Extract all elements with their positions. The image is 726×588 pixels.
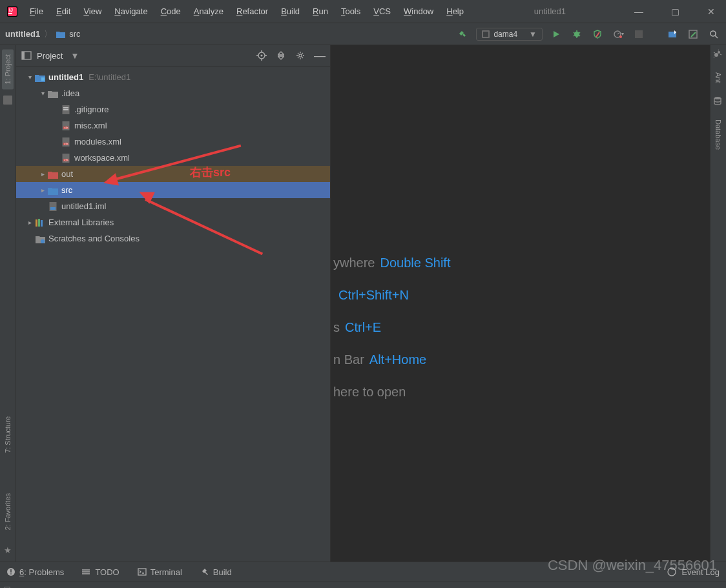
svg-point-17 bbox=[299, 54, 302, 57]
window-minimize-button[interactable]: — bbox=[624, 0, 654, 23]
menu-refactor[interactable]: Refactor bbox=[230, 4, 275, 19]
xml-icon: </> bbox=[60, 121, 72, 131]
xml-icon: </> bbox=[60, 137, 72, 147]
tree-node-label: misc.xml bbox=[74, 121, 107, 130]
window-title: untitled1 bbox=[534, 6, 566, 16]
hammer-icon[interactable] bbox=[455, 27, 470, 41]
warn-icon bbox=[6, 567, 16, 576]
tree-node-label: untitled1 bbox=[48, 72, 83, 82]
menu-file[interactable]: File bbox=[23, 4, 50, 19]
tree-node-label: workspace.xml bbox=[74, 153, 130, 163]
tree-arrow-icon[interactable]: ▸ bbox=[38, 187, 47, 194]
breadcrumb-separator-icon: 〉 bbox=[44, 28, 52, 40]
svg-point-6 bbox=[574, 32, 579, 37]
status-bar-item-label: TODO bbox=[95, 567, 119, 577]
welcome-hints: ywhere Double Shift Ctrl+Shift+Ns Ctrl+E… bbox=[333, 247, 450, 408]
tree-node-workspace-xml[interactable]: </>workspace.xml bbox=[16, 150, 330, 166]
tree-node-out[interactable]: ▸out bbox=[16, 166, 330, 182]
gear-icon[interactable] bbox=[295, 50, 306, 61]
svg-rect-14 bbox=[22, 52, 25, 59]
svg-rect-46 bbox=[138, 569, 146, 575]
tree-node--idea[interactable]: ▾.idea bbox=[16, 85, 330, 101]
welcome-hint-line: here to open bbox=[333, 376, 450, 408]
right-tool-window-bar: Ant Database bbox=[710, 45, 726, 562]
status-bar-terminal[interactable]: Terminal bbox=[138, 567, 182, 577]
tree-node-untitled1[interactable]: ▾untitled1E:\untitled1 bbox=[16, 69, 330, 85]
profiler-button[interactable]: ▾ bbox=[611, 27, 625, 41]
status-bar-warn[interactable]: 6: Problems bbox=[6, 567, 64, 577]
collapse-all-icon[interactable] bbox=[276, 50, 286, 61]
tool-window-button-project[interactable]: 1: Project bbox=[2, 49, 14, 89]
tree-arrow-icon[interactable]: ▾ bbox=[38, 90, 47, 97]
tree-node-label: out bbox=[61, 169, 73, 179]
tool-window-button-database[interactable]: Database bbox=[714, 117, 722, 152]
coverage-button[interactable] bbox=[590, 27, 605, 41]
ant-icon bbox=[713, 49, 723, 59]
project-panel-title[interactable]: Project bbox=[37, 51, 63, 61]
svg-rect-20 bbox=[63, 107, 68, 108]
tree-node--gitignore[interactable]: .gitignore bbox=[16, 101, 330, 117]
menu-bar: IJ FileEditViewNavigateCodeAnalyzeRefact… bbox=[0, 0, 726, 23]
debug-button[interactable] bbox=[570, 27, 584, 41]
window-maximize-button[interactable]: ▢ bbox=[660, 0, 690, 23]
event-log-button[interactable]: Event Log bbox=[681, 567, 720, 577]
ide-settings-icon[interactable] bbox=[686, 27, 700, 41]
tree-node-scratches-and-consoles[interactable]: Scratches and Consoles bbox=[16, 230, 330, 247]
tree-node-label: src bbox=[61, 185, 72, 195]
app-logo-icon: IJ bbox=[6, 6, 18, 17]
tool-window-button-structure[interactable]: 7: Structure bbox=[4, 412, 12, 457]
status-bar-item-label: 6: Problems bbox=[19, 567, 64, 577]
status-bar-todo[interactable]: TODO bbox=[82, 567, 119, 577]
window-close-button[interactable]: ✕ bbox=[696, 0, 726, 23]
svg-rect-5 bbox=[483, 32, 488, 37]
tree-arrow-icon[interactable]: ▸ bbox=[25, 219, 34, 226]
menu-window[interactable]: Window bbox=[397, 4, 440, 19]
run-button[interactable] bbox=[549, 27, 563, 41]
tool-window-button-favorites[interactable]: 2: Favorites bbox=[4, 489, 12, 534]
tree-node-external-libraries[interactable]: ▸External Libraries bbox=[16, 214, 330, 230]
breadcrumb[interactable]: untitled1 〉 src bbox=[5, 28, 81, 40]
tree-node-src[interactable]: ▸src bbox=[16, 182, 330, 198]
tree-node-modules-xml[interactable]: </>modules.xml bbox=[16, 134, 330, 150]
tree-node-untitled1-iml[interactable]: untitled1.iml bbox=[16, 198, 330, 214]
tree-arrow-icon[interactable]: ▾ bbox=[25, 74, 34, 81]
status-bar-hammer[interactable]: Build bbox=[200, 567, 232, 577]
svg-text:</>: </> bbox=[64, 142, 68, 145]
breadcrumb-item[interactable]: untitled1 bbox=[5, 29, 40, 39]
tool-window-button-ant[interactable]: Ant bbox=[714, 70, 722, 86]
search-everywhere-button[interactable] bbox=[707, 27, 721, 41]
menu-edit[interactable]: Edit bbox=[50, 4, 77, 19]
chevron-down-icon[interactable]: ▼ bbox=[70, 51, 79, 61]
navigation-bar: untitled1 〉 src dama4 ▼ ▾ bbox=[0, 23, 726, 45]
hide-icon[interactable]: — bbox=[315, 50, 325, 61]
svg-text:IJ: IJ bbox=[9, 8, 13, 12]
menu-vcs[interactable]: VCS bbox=[367, 4, 397, 19]
svg-rect-9 bbox=[635, 30, 643, 38]
editor-area[interactable]: ywhere Double Shift Ctrl+Shift+Ns Ctrl+E… bbox=[331, 45, 710, 562]
tree-arrow-icon[interactable]: ▸ bbox=[38, 170, 47, 177]
svg-point-39 bbox=[714, 97, 721, 99]
menu-navigate[interactable]: Navigate bbox=[108, 4, 154, 19]
project-tree[interactable]: ▾untitled1E:\untitled1▾.idea.gitignore</… bbox=[16, 66, 330, 562]
stop-button[interactable] bbox=[632, 27, 646, 41]
menu-analyze[interactable]: Analyze bbox=[187, 4, 230, 19]
tool-window-button-generic-icon[interactable] bbox=[3, 96, 12, 105]
bottom-strip: ▭ bbox=[0, 582, 726, 588]
menu-tools[interactable]: Tools bbox=[335, 4, 367, 19]
svg-rect-35 bbox=[41, 220, 43, 227]
hammer-icon bbox=[200, 567, 209, 576]
locate-icon[interactable] bbox=[256, 50, 267, 61]
menu-help[interactable]: Help bbox=[440, 4, 470, 19]
menu-run[interactable]: Run bbox=[306, 4, 335, 19]
run-configuration-selector[interactable]: dama4 ▼ bbox=[476, 28, 543, 41]
menu-build[interactable]: Build bbox=[275, 4, 306, 19]
run-config-name: dama4 bbox=[493, 30, 517, 39]
folder-icon bbox=[47, 88, 59, 99]
tool-windows-toggle-icon[interactable]: ▭ bbox=[4, 583, 10, 588]
menu-code[interactable]: Code bbox=[154, 4, 187, 19]
svg-rect-34 bbox=[38, 219, 40, 227]
menu-view[interactable]: View bbox=[77, 4, 108, 19]
tree-node-misc-xml[interactable]: </>misc.xml bbox=[16, 117, 330, 134]
breadcrumb-item[interactable]: src bbox=[69, 29, 80, 39]
vcs-update-button[interactable] bbox=[665, 27, 679, 41]
